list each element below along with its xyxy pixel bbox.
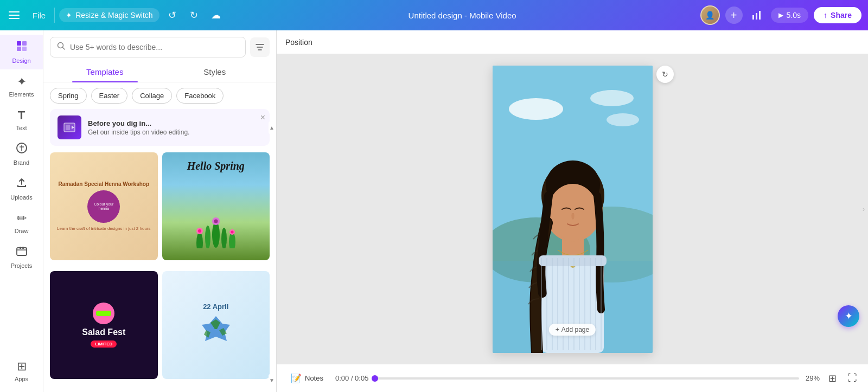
user-avatar[interactable]: 👤 — [700, 5, 720, 25]
design-icon — [16, 40, 28, 55]
panel-scroll-down[interactable]: ▼ — [269, 374, 275, 387]
rotate-handle[interactable]: ↻ — [656, 66, 674, 83]
share-label: Share — [831, 11, 852, 20]
topbar: File ✦ Resize & Magic Switch ↺ ↻ ☁ Untit… — [0, 0, 868, 30]
svg-rect-36 — [541, 255, 604, 353]
topbar-divider — [54, 8, 55, 23]
svg-point-41 — [548, 184, 598, 240]
preview-play-button[interactable]: ▶ 5.0s — [771, 8, 808, 23]
chip-spring[interactable]: Spring — [50, 88, 87, 104]
april-earth-svg — [200, 315, 232, 348]
sidebar-item-projects[interactable]: Projects — [0, 240, 43, 274]
brand-label: Brand — [14, 159, 29, 166]
share-button[interactable]: ↑ Share — [814, 7, 861, 23]
svg-point-14 — [196, 232, 203, 248]
magic-switch-button[interactable]: ✦ Resize & Magic Switch — [59, 8, 159, 22]
sidebar-item-brand[interactable]: Brand — [0, 137, 43, 171]
template-card-inner-spring: Hello Spring — [162, 152, 270, 260]
template-card-salad[interactable]: Salad Fest LIMITED — [50, 271, 158, 379]
svg-rect-5 — [17, 47, 21, 51]
grid-view-button[interactable]: ⊞ — [826, 370, 839, 387]
filter-button[interactable] — [250, 37, 270, 57]
template-card-april[interactable]: 22 April — [162, 271, 270, 379]
salad-badge: LIMITED — [91, 340, 117, 348]
add-page-button[interactable]: + Add page — [549, 324, 596, 336]
notes-button[interactable]: 📝 Notes — [285, 370, 329, 387]
save-cloud-icon[interactable]: ☁ — [207, 7, 225, 24]
tab-templates[interactable]: Templates — [50, 62, 160, 82]
sidebar-item-design[interactable]: Design — [0, 35, 43, 69]
template-card-inner-salad: Salad Fest LIMITED — [50, 271, 158, 379]
ramadan-learn-text: Learn the craft of intricate designs in … — [57, 226, 151, 231]
chip-collage[interactable]: Collage — [132, 88, 172, 104]
position-bar: Position — [277, 30, 868, 54]
chip-easter[interactable]: Easter — [91, 88, 128, 104]
svg-rect-43 — [539, 255, 607, 266]
svg-rect-1 — [756, 13, 757, 20]
info-banner: Before you dig in... Get our inside tips… — [50, 109, 270, 146]
banner-subtitle: Get our inside tips on video editing. — [88, 128, 262, 136]
add-page-label: Add page — [561, 326, 589, 333]
svg-rect-0 — [752, 15, 754, 20]
ramadan-title: Ramadan Special Henna Workshop — [58, 181, 149, 187]
zoom-display[interactable]: 29% — [806, 374, 820, 382]
sidebar-item-elements[interactable]: ✦ Elements — [0, 69, 43, 103]
template-card-spring[interactable]: Hello Spring — [162, 152, 270, 260]
svg-point-22 — [214, 219, 218, 223]
template-card-ramadan[interactable]: Ramadan Special Henna Workshop Colour yo… — [50, 152, 158, 260]
main-layout: Design ✦ Elements T Text Brand — [0, 30, 868, 392]
canvas-bottom-bar: 📝 Notes 0:00 / 0:05 29% ⊞ ⛶ — [277, 364, 868, 392]
hamburger-button[interactable] — [7, 7, 24, 24]
banner-thumbnail — [58, 115, 81, 139]
text-label: Text — [16, 125, 27, 131]
redo-button[interactable]: ↻ — [186, 7, 203, 24]
chip-facebook[interactable]: Facebook — [176, 88, 224, 104]
panel-tabs: Templates Styles — [43, 62, 276, 82]
topbar-center: Untitled design - Mobile Video — [229, 11, 696, 20]
svg-rect-10 — [22, 247, 24, 249]
timeline-track[interactable] — [375, 377, 799, 380]
projects-icon — [16, 245, 28, 260]
magic-switch-label: Resize & Magic Switch — [75, 11, 152, 20]
add-collaborator-button[interactable]: + — [725, 7, 743, 24]
tab-styles[interactable]: Styles — [160, 62, 270, 82]
canvas-right-edge: › — [863, 205, 865, 213]
search-box[interactable] — [50, 37, 246, 57]
elements-label: Elements — [9, 91, 34, 98]
undo-button[interactable]: ↺ — [164, 7, 181, 24]
sidebar-item-draw[interactable]: ✏ Draw — [0, 206, 43, 240]
pages-strip: + Add page — [549, 324, 596, 336]
sidebar-item-uploads[interactable]: Uploads — [0, 171, 43, 206]
magic-fab-button[interactable]: ✦ — [838, 305, 859, 327]
panel-scroll-up[interactable]: ▲ — [269, 121, 275, 134]
spring-title: Hello Spring — [187, 160, 245, 172]
file-menu[interactable]: File — [28, 9, 50, 22]
banner-text: Before you dig in... Get our inside tips… — [88, 119, 262, 136]
sidebar-item-text[interactable]: T Text — [0, 103, 43, 137]
canvas-viewport[interactable]: ↻ › + Add page ✦ — [277, 54, 868, 364]
canvas-area: Position — [277, 30, 868, 392]
play-duration-label: 5.0s — [787, 11, 801, 20]
banner-close-button[interactable]: × — [260, 113, 265, 122]
template-grid: Ramadan Special Henna Workshop Colour yo… — [43, 150, 276, 392]
brand-icon — [16, 142, 28, 157]
svg-rect-9 — [20, 247, 21, 249]
chips-row: Spring Easter Collage Facebook — [43, 82, 276, 109]
magic-star-icon: ✦ — [66, 11, 72, 20]
analytics-icon[interactable] — [748, 7, 765, 24]
add-page-icon: + — [556, 326, 559, 333]
fullscreen-button[interactable]: ⛶ — [845, 370, 859, 386]
elements-icon: ✦ — [17, 75, 27, 89]
text-icon: T — [18, 108, 25, 123]
svg-rect-4 — [22, 41, 27, 46]
templates-panel: Templates Styles Spring Easter Collage F… — [43, 30, 277, 392]
position-label: Position — [285, 38, 312, 47]
apps-label: Apps — [15, 376, 28, 382]
apps-icon: ⊞ — [17, 359, 27, 374]
canvas-design[interactable] — [493, 66, 653, 353]
search-input[interactable] — [70, 43, 239, 52]
timeline-bar[interactable] — [375, 377, 799, 380]
timeline-thumb[interactable] — [372, 375, 378, 382]
banner-title: Before you dig in... — [88, 119, 262, 127]
sidebar-item-apps[interactable]: ⊞ Apps — [0, 354, 43, 388]
